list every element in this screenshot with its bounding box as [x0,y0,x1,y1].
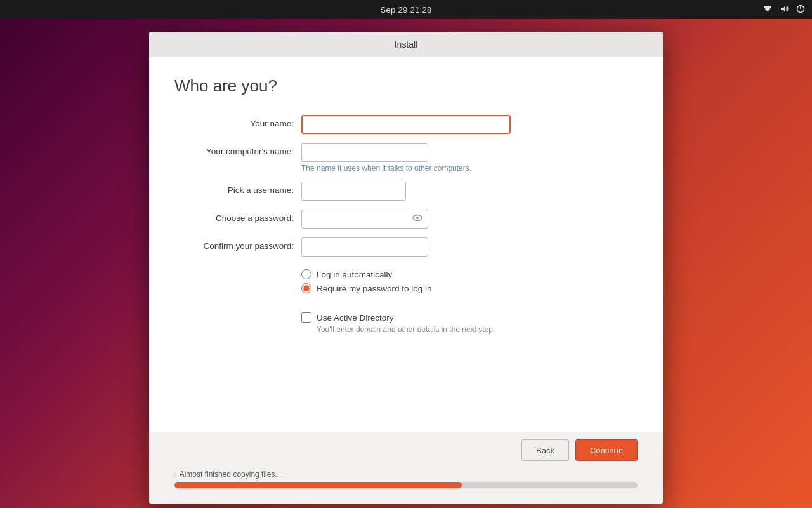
password-field-wrap [301,210,638,229]
topbar: Sep 29 21:28 [0,0,812,19]
username-label: Pick a username: [174,182,301,195]
installer-window: Install Who are you? Your name: Your com… [149,32,663,504]
window-title: Install [395,39,418,50]
login-options-section: Log in automatically Require my password… [301,269,432,297]
auto-login-label: Log in automatically [317,270,392,279]
button-row: Back Continue [174,439,638,461]
login-options-row: Log in automatically Require my password… [174,265,638,304]
password-wrap [301,210,428,229]
progress-section: › Almost finished copying files... [174,470,638,488]
window-titlebar: Install [149,32,663,57]
progress-chevron-icon: › [174,471,177,478]
require-password-label: Require my password to log in [317,284,432,293]
continue-button[interactable]: Continue [575,439,638,461]
computer-name-field-wrap: The name it uses when it talks to other … [301,143,638,173]
window-content: Who are you? Your name: Your computer's … [149,57,663,432]
require-password-radio[interactable] [301,283,311,293]
svg-rect-0 [764,6,771,8]
active-directory-row: Use Active Directory You'll enter domain… [174,312,638,334]
auto-login-radio[interactable] [301,269,311,279]
password-toggle-icon[interactable] [412,212,423,226]
progress-label: › Almost finished copying files... [174,470,638,479]
require-password-option[interactable]: Require my password to log in [301,283,432,293]
active-directory-option[interactable]: Use Active Directory [301,312,495,323]
confirm-password-input[interactable] [301,237,428,257]
progress-bar-background [174,482,638,488]
progress-text: Almost finished copying files... [180,470,282,479]
computer-name-input[interactable] [301,143,428,162]
auto-login-option[interactable]: Log in automatically [301,269,432,279]
confirm-password-field-wrap [301,237,638,257]
sound-icon[interactable] [779,4,789,16]
username-row: Pick a username: [174,182,638,201]
your-name-input[interactable] [301,115,511,134]
active-directory-hint: You'll enter domain and other details in… [317,325,495,334]
active-directory-checkbox[interactable] [301,312,311,323]
window-bottom: Back Continue › Almost finished copying … [149,432,663,504]
computer-name-label: Your computer's name: [174,143,301,156]
your-name-label: Your name: [174,115,301,128]
page-heading: Who are you? [174,76,638,96]
confirm-password-row: Confirm your password: [174,237,638,257]
active-directory-section: Use Active Directory You'll enter domain… [301,312,495,334]
confirm-password-label: Confirm your password: [174,237,301,251]
back-button[interactable]: Back [521,439,569,461]
topbar-icons [763,4,806,16]
username-field-wrap [301,182,638,201]
username-input[interactable] [301,182,406,201]
power-icon[interactable] [796,4,806,16]
computer-name-row: Your computer's name: The name it uses w… [174,143,638,173]
topbar-datetime: Sep 29 21:28 [381,5,432,15]
password-row: Choose a password: [174,210,638,229]
password-label: Choose a password: [174,210,301,223]
progress-bar-fill [174,482,462,488]
password-input[interactable] [301,210,428,229]
svg-rect-2 [766,10,769,11]
active-directory-label: Use Active Directory [317,313,394,323]
your-name-field-wrap [301,115,638,134]
network-icon[interactable] [763,4,773,16]
your-name-row: Your name: [174,115,638,134]
svg-marker-3 [781,6,785,12]
svg-rect-1 [765,8,770,10]
svg-point-7 [416,217,419,219]
computer-name-hint: The name it uses when it talks to other … [301,164,638,173]
